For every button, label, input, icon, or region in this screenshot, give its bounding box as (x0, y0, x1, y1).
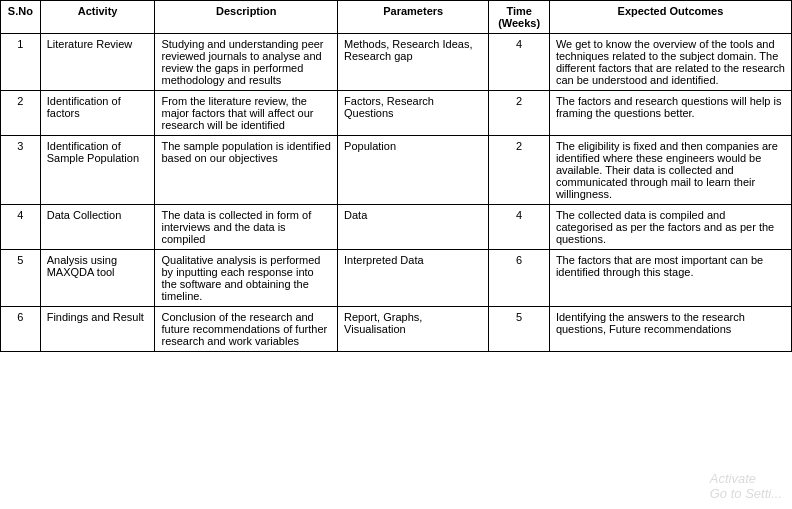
cell-sno: 2 (1, 91, 41, 136)
cell-activity: Identification of factors (40, 91, 155, 136)
header-description: Description (155, 1, 338, 34)
cell-sno: 6 (1, 307, 41, 352)
cell-description: The sample population is identified base… (155, 136, 338, 205)
header-time: Time (Weeks) (489, 1, 550, 34)
cell-description: Studying and understanding peer reviewed… (155, 34, 338, 91)
cell-parameters: Population (338, 136, 489, 205)
cell-sno: 3 (1, 136, 41, 205)
table-row: 4Data CollectionThe data is collected in… (1, 205, 792, 250)
cell-sno: 4 (1, 205, 41, 250)
table-row: 5Analysis using MAXQDA toolQualitative a… (1, 250, 792, 307)
cell-description: Conclusion of the research and future re… (155, 307, 338, 352)
cell-parameters: Data (338, 205, 489, 250)
cell-time: 4 (489, 205, 550, 250)
header-parameters: Parameters (338, 1, 489, 34)
cell-sno: 5 (1, 250, 41, 307)
table-row: 1Literature ReviewStudying and understan… (1, 34, 792, 91)
header-sno: S.No (1, 1, 41, 34)
cell-time: 2 (489, 136, 550, 205)
cell-parameters: Interpreted Data (338, 250, 489, 307)
cell-expected: Identifying the answers to the research … (549, 307, 791, 352)
header-activity: Activity (40, 1, 155, 34)
cell-activity: Identification of Sample Population (40, 136, 155, 205)
cell-description: From the literature review, the major fa… (155, 91, 338, 136)
cell-activity: Data Collection (40, 205, 155, 250)
cell-activity: Findings and Result (40, 307, 155, 352)
cell-expected: The factors that are most important can … (549, 250, 791, 307)
table-row: 3Identification of Sample PopulationThe … (1, 136, 792, 205)
research-table: S.No Activity Description Parameters Tim… (0, 0, 792, 352)
header-expected: Expected Outcomes (549, 1, 791, 34)
cell-activity: Literature Review (40, 34, 155, 91)
cell-expected: The factors and research questions will … (549, 91, 791, 136)
cell-parameters: Methods, Research Ideas, Research gap (338, 34, 489, 91)
cell-expected: The eligibility is fixed and then compan… (549, 136, 791, 205)
watermark-text: ActivateGo to Setti... (710, 471, 782, 501)
cell-description: Qualitative analysis is performed by inp… (155, 250, 338, 307)
cell-time: 6 (489, 250, 550, 307)
cell-description: The data is collected in form of intervi… (155, 205, 338, 250)
cell-parameters: Factors, Research Questions (338, 91, 489, 136)
cell-time: 4 (489, 34, 550, 91)
cell-activity: Analysis using MAXQDA tool (40, 250, 155, 307)
table-row: 2Identification of factorsFrom the liter… (1, 91, 792, 136)
table-row: 6Findings and ResultConclusion of the re… (1, 307, 792, 352)
cell-expected: We get to know the overview of the tools… (549, 34, 791, 91)
cell-expected: The collected data is compiled and categ… (549, 205, 791, 250)
cell-time: 2 (489, 91, 550, 136)
cell-sno: 1 (1, 34, 41, 91)
cell-parameters: Report, Graphs, Visualisation (338, 307, 489, 352)
cell-time: 5 (489, 307, 550, 352)
